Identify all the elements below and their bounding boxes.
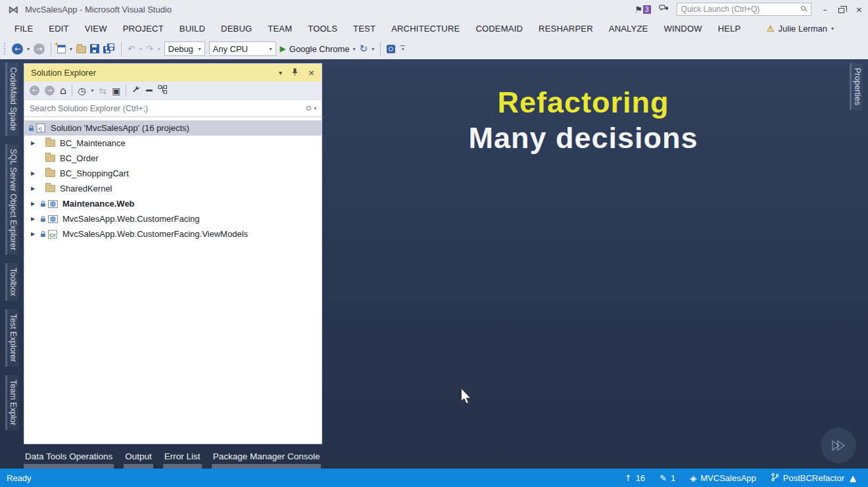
navigate-forward-button[interactable]: →	[34, 43, 45, 55]
new-file-button[interactable]	[57, 45, 66, 53]
git-repository[interactable]: ◈ MVCSalesApp	[690, 473, 756, 483]
tab-output[interactable]: Output	[124, 451, 153, 469]
tab-test-explorer[interactable]: Test Explorer	[5, 309, 18, 367]
toolbar-grip[interactable]	[4, 43, 7, 55]
solution-explorer-header[interactable]: Solution Explorer ▾ ×	[24, 64, 322, 82]
navigate-backward-button[interactable]: ←	[12, 43, 23, 55]
expand-arrow-icon[interactable]: ▶	[31, 186, 40, 192]
save-all-button[interactable]	[103, 43, 115, 54]
minimize-button[interactable]: –	[823, 5, 828, 14]
standard-toolbar: ← ▾ → ▾ ↶ ▾ ↷ ▾ Debug ▾ Any CPU ▾ ▶ Goog…	[0, 38, 868, 59]
sync-with-active-document-icon[interactable]: ⇆	[99, 86, 107, 95]
tab-codemaid-spade[interactable]: CodeMaid Spade	[5, 63, 18, 136]
new-file-dropdown-icon[interactable]: ▾	[70, 46, 72, 52]
quick-launch[interactable]	[677, 3, 811, 16]
account-menu[interactable]: ⚠ Julie Lerman ▾	[767, 24, 834, 34]
tab-data-tools-operations[interactable]: Data Tools Operations	[24, 451, 114, 469]
tree-item-solution[interactable]: x] Solution 'MvcSalesApp' (16 projects)	[24, 120, 322, 136]
menu-architecture[interactable]: ARCHITECTURE	[383, 24, 468, 34]
tab-team-explorer[interactable]: Team Explor	[5, 375, 18, 430]
tree-item-folder[interactable]: ▶ BC_Maintenance	[24, 136, 322, 151]
browser-link-icon[interactable]	[387, 45, 395, 53]
solution-search-input[interactable]	[30, 104, 306, 113]
mouse-cursor	[460, 388, 471, 407]
close-panel-icon[interactable]: ×	[308, 68, 315, 78]
menu-project[interactable]: PROJECT	[115, 24, 172, 34]
tab-error-list[interactable]: Error List	[163, 451, 202, 469]
tree-item-project[interactable]: ▶ C# MvcSalesApp.Web.CustomerFacing.View…	[24, 226, 322, 242]
tree-item-project[interactable]: ▶ Maintenance.Web	[24, 196, 322, 211]
restore-button[interactable]	[838, 8, 844, 13]
open-file-button[interactable]	[76, 46, 86, 53]
pin-icon[interactable]	[292, 68, 298, 78]
save-button[interactable]	[90, 44, 99, 53]
menu-help[interactable]: HELP	[710, 24, 749, 34]
tree-item-project[interactable]: ▶ MvcSalesApp.Web.CustomerFacing	[24, 211, 322, 226]
expand-arrow-icon[interactable]: ▶	[31, 216, 40, 222]
menu-codemaid[interactable]: CODEMAID	[468, 24, 531, 34]
browser-refresh-button[interactable]: ↻	[360, 44, 368, 54]
search-icon	[306, 106, 311, 111]
git-pending-edits[interactable]: ✎ 1	[660, 473, 675, 483]
tree-item-folder[interactable]: ▶ BC_Order	[24, 151, 322, 166]
preview-selected-items-icon[interactable]	[146, 90, 153, 91]
undo-dropdown-icon[interactable]: ▾	[139, 46, 142, 52]
navigate-back-dropdown-icon[interactable]: ▾	[27, 46, 30, 52]
fast-forward-icon	[830, 438, 847, 453]
se-forward-button[interactable]: →	[45, 86, 55, 95]
video-play-overlay-button[interactable]	[821, 428, 856, 463]
solution-explorer-search[interactable]: ▾	[24, 100, 322, 117]
collapse-all-icon[interactable]: ▣	[112, 86, 120, 95]
menu-build[interactable]: BUILD	[172, 24, 213, 34]
tab-sql-server-object-explorer[interactable]: SQL Server Object Explorer	[5, 144, 18, 255]
notifications-button[interactable]: ⚑ 3	[635, 5, 650, 14]
branch-name: PostBCRefactor	[783, 473, 844, 483]
git-branch[interactable]: PostBCRefactor ▲	[771, 473, 856, 484]
undo-button[interactable]: ↶	[128, 44, 135, 53]
redo-dropdown-icon[interactable]: ▾	[158, 46, 160, 52]
se-back-button[interactable]: ←	[30, 86, 39, 95]
search-dropdown-icon[interactable]: ▾	[314, 106, 316, 111]
solution-configuration-select[interactable]: Debug ▾	[164, 41, 205, 56]
close-button[interactable]: ×	[856, 5, 863, 14]
quick-launch-input[interactable]	[677, 3, 811, 16]
tab-properties[interactable]: Properties	[850, 63, 863, 110]
feedback-icon[interactable]	[659, 5, 669, 14]
menu-debug[interactable]: DEBUG	[213, 24, 260, 34]
home-icon[interactable]: ⌂	[60, 86, 66, 96]
slide-subtitle: Many decisions	[322, 120, 844, 157]
presentation-slide: Refactoring Many decisions	[322, 59, 844, 157]
solution-explorer-toolbar: ← → ⌂ ◷ ▾ ⇆ ▣	[24, 82, 322, 100]
menu-test[interactable]: TEST	[345, 24, 383, 34]
tab-toolbox[interactable]: Toolbox	[5, 263, 18, 301]
pencil-icon: ✎	[660, 473, 667, 483]
tree-item-label: MvcSalesApp.Web.CustomerFacing	[62, 214, 200, 224]
menu-analyze[interactable]: ANALYZE	[601, 24, 656, 34]
menu-tools[interactable]: TOOLS	[300, 24, 345, 34]
menu-window[interactable]: WINDOW	[656, 24, 710, 34]
tree-item-folder[interactable]: ▶ BC_ShoppingCart	[24, 166, 322, 181]
refresh-dropdown-icon[interactable]: ▾	[372, 46, 374, 52]
expand-arrow-icon[interactable]: ▶	[31, 231, 40, 237]
solution-platform-select[interactable]: Any CPU ▾	[209, 41, 276, 56]
menu-team[interactable]: TEAM	[260, 24, 300, 34]
redo-button[interactable]: ↷	[146, 44, 154, 53]
menu-file[interactable]: FILE	[7, 24, 41, 34]
expand-arrow-icon[interactable]: ▶	[31, 140, 40, 146]
tab-package-manager-console[interactable]: Package Manager Console	[212, 451, 322, 469]
expand-arrow-icon[interactable]: ▶	[31, 201, 40, 207]
start-debugging-button[interactable]: ▶ Google Chrome ▾	[280, 44, 356, 54]
window-position-dropdown-icon[interactable]: ▾	[279, 69, 282, 76]
toolbar-options-button[interactable]: ▾	[400, 45, 405, 53]
properties-wrench-icon[interactable]	[132, 85, 141, 96]
show-all-files-icon[interactable]	[158, 85, 168, 96]
tree-item-label: BC_ShoppingCart	[60, 168, 129, 178]
tree-item-folder[interactable]: ▶ SharedKernel	[24, 181, 322, 196]
menu-view[interactable]: VIEW	[77, 24, 115, 34]
filter-dropdown-icon[interactable]: ▾	[91, 88, 93, 93]
git-outgoing-commits[interactable]: ↑ 16	[625, 473, 645, 483]
menu-edit[interactable]: EDIT	[41, 24, 76, 34]
pending-changes-filter-icon[interactable]: ◷	[78, 86, 85, 95]
expand-arrow-icon[interactable]: ▶	[31, 170, 40, 176]
menu-resharper[interactable]: RESHARPER	[531, 24, 601, 34]
